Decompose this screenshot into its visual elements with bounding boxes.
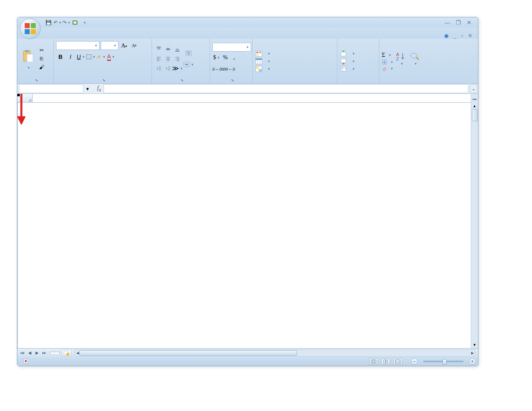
number-format-combo[interactable]: ▾ (212, 43, 251, 52)
accounting-format-icon[interactable]: $▾ (212, 53, 220, 62)
italic-button[interactable]: I (66, 52, 75, 61)
sort-filter-button[interactable]: AZ ▾ (395, 50, 407, 66)
namebox-dropdown-icon[interactable]: ▾ (84, 84, 91, 93)
align-center-icon[interactable] (164, 54, 172, 63)
select-all-button[interactable] (17, 94, 33, 102)
name-box[interactable]: ▾ (19, 84, 83, 93)
minimize-icon[interactable]: — (445, 19, 450, 26)
restore-icon[interactable]: ❐ (456, 19, 461, 26)
sheet-tab[interactable] (50, 352, 60, 354)
prev-sheet-icon[interactable]: ◀ (26, 349, 33, 356)
merge-center-icon[interactable]: ▾ (183, 60, 194, 69)
formula-bar-expand-icon[interactable]: ⌄ (470, 84, 477, 93)
number-dialog-icon[interactable]: ⬊ (231, 78, 234, 82)
worksheet-grid[interactable]: ▬ ▲ ▼ (17, 94, 478, 348)
vscroll-thumb[interactable] (472, 109, 478, 121)
align-left-icon[interactable] (154, 54, 163, 63)
clipboard-dialog-icon[interactable]: ⬊ (35, 78, 38, 82)
paste-icon[interactable] (20, 48, 36, 64)
quickprint-icon[interactable] (71, 19, 79, 26)
tab-developer[interactable] (137, 35, 148, 39)
svg-rect-5 (74, 21, 77, 23)
close-icon[interactable]: ✕ (467, 19, 472, 26)
format-as-table-button[interactable]: ▾ (255, 58, 270, 64)
font-size-combo[interactable]: ▾ (101, 41, 118, 50)
increase-indent-icon[interactable] (164, 64, 172, 73)
zoom-out-icon[interactable]: − (411, 358, 418, 365)
qat-customize-icon[interactable]: ▾ (80, 19, 87, 26)
copy-icon[interactable]: ⎘ (37, 55, 46, 62)
align-bottom-icon[interactable] (173, 45, 182, 54)
page-layout-view-icon[interactable] (381, 358, 390, 365)
tab-view[interactable] (125, 35, 137, 39)
macro-record-icon[interactable] (23, 358, 29, 365)
new-sheet-icon[interactable] (61, 349, 72, 356)
office-button[interactable] (20, 18, 41, 39)
clear-button[interactable]: ▾ (382, 66, 393, 71)
redo-icon[interactable]: ↷▾ (62, 19, 70, 26)
last-sheet-icon[interactable]: ⏭ (41, 349, 48, 356)
zoom-in-icon[interactable]: + (469, 358, 476, 365)
percent-format-icon[interactable]: % (221, 53, 229, 62)
normal-view-icon[interactable] (369, 358, 378, 365)
mdi-restore-icon[interactable]: ▫ (461, 33, 463, 39)
alignment-dialog-icon[interactable]: ⬊ (181, 78, 184, 82)
borders-icon[interactable]: ▾ (86, 52, 95, 61)
first-sheet-icon[interactable]: ⏮ (19, 349, 26, 356)
fill-color-icon[interactable]: ▾ (96, 52, 105, 61)
svg-rect-67 (371, 360, 376, 363)
font-color-icon[interactable]: A▾ (106, 52, 115, 61)
increase-decimal-icon[interactable]: .0→.00 (212, 65, 223, 74)
align-top-icon[interactable] (154, 45, 163, 54)
wrap-text-icon[interactable] (183, 49, 194, 58)
autosum-button[interactable]: Σ▾ (382, 52, 393, 58)
zoom-slider[interactable] (423, 361, 463, 362)
scroll-right-icon[interactable]: ▶ (470, 350, 475, 356)
vertical-scrollbar[interactable]: ▲ ▼ (471, 103, 478, 348)
delete-cells-button[interactable]: ▾ (340, 58, 355, 64)
underline-button[interactable]: U▾ (76, 52, 85, 61)
svg-text:Z: Z (396, 56, 399, 61)
svg-rect-7 (25, 50, 29, 52)
find-select-button[interactable]: ▾ (409, 50, 420, 66)
mdi-close-icon[interactable]: ✕ (468, 33, 472, 39)
fill-button[interactable]: ▾ (382, 59, 393, 65)
undo-icon[interactable]: ↶▾ (54, 19, 61, 26)
orientation-icon[interactable]: ≫▾ (173, 64, 182, 73)
tab-page-layout[interactable] (80, 35, 91, 39)
decrease-indent-icon[interactable] (154, 64, 163, 73)
tab-home[interactable] (58, 35, 69, 39)
grow-font-icon[interactable]: A▴ (120, 41, 129, 50)
hscroll-thumb[interactable] (79, 350, 297, 356)
tab-formulas[interactable] (91, 35, 103, 39)
scroll-up-icon[interactable]: ▲ (472, 103, 478, 109)
align-right-icon[interactable] (173, 54, 182, 63)
format-painter-icon[interactable]: 🖌 (37, 64, 46, 71)
mdi-minimize-icon[interactable]: _ (453, 33, 456, 39)
conditional-formatting-button[interactable]: ▾ (255, 50, 270, 57)
font-name-combo[interactable]: ▾ (56, 41, 100, 50)
paste-dropdown-icon[interactable]: ▾ (26, 66, 30, 70)
cell-styles-button[interactable]: ▾ (255, 66, 270, 72)
horizontal-scrollbar[interactable]: ◀ ▶ (74, 349, 476, 357)
tab-data[interactable] (103, 35, 114, 39)
cut-icon[interactable]: ✂ (37, 47, 46, 54)
save-icon[interactable]: 💾 (45, 19, 52, 26)
bold-button[interactable]: B (56, 52, 65, 61)
insert-cells-button[interactable]: ▾ (340, 50, 355, 57)
tab-insert[interactable] (69, 35, 80, 39)
comma-format-icon[interactable]: , (230, 53, 238, 62)
scroll-down-icon[interactable]: ▼ (472, 342, 478, 348)
shrink-font-icon[interactable]: A▾ (130, 41, 139, 50)
vertical-split-handle[interactable]: ▬ (471, 94, 478, 103)
formula-bar[interactable] (104, 84, 468, 93)
format-cells-button[interactable]: ▾ (340, 66, 355, 72)
fx-icon[interactable]: fx (95, 85, 104, 92)
align-middle-icon[interactable] (164, 45, 172, 54)
tab-review[interactable] (114, 35, 125, 39)
page-break-view-icon[interactable] (393, 358, 402, 365)
help-icon[interactable]: ◉ (444, 33, 449, 39)
next-sheet-icon[interactable]: ▶ (33, 349, 40, 356)
font-dialog-icon[interactable]: ⬊ (102, 78, 106, 82)
decrease-decimal-icon[interactable]: .00→.0 (224, 65, 234, 74)
